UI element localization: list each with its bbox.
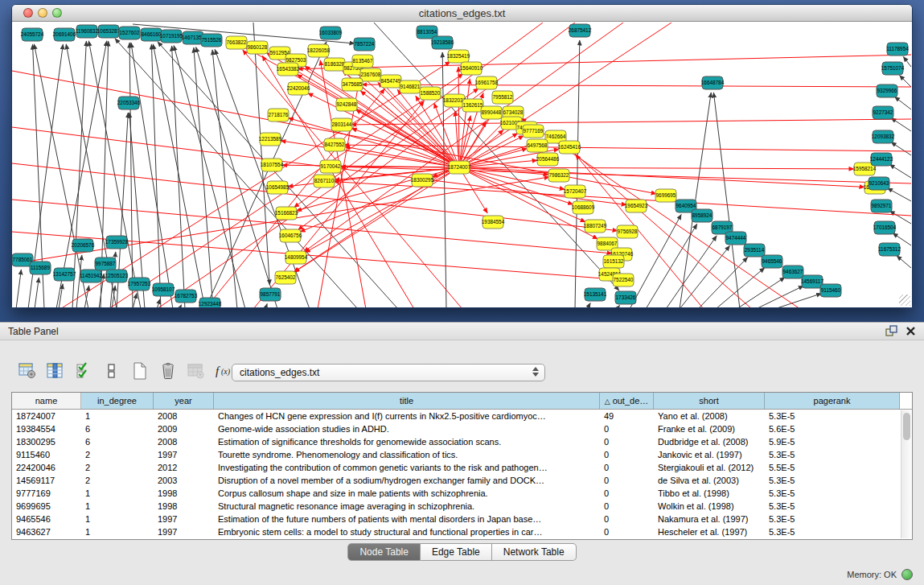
graph-node[interactable]: 12093832	[872, 130, 895, 143]
network-window-titlebar[interactable]: citations_edges.txt	[12, 5, 912, 22]
cell-name[interactable]: 18724007	[12, 410, 81, 422]
graph-node[interactable]: 18807249	[584, 220, 607, 233]
cell-pagerank[interactable]: 5.3E-5	[765, 448, 900, 461]
graph-node[interactable]: 13142757	[53, 268, 76, 281]
cell-title[interactable]: Tourette syndrome. Phenomenology and cla…	[214, 448, 600, 461]
tab-edge-table[interactable]: Edge Table	[421, 543, 492, 561]
cell-year[interactable]: 1997	[154, 448, 214, 461]
graph-node[interactable]: 15166823	[275, 207, 298, 220]
graph-node[interactable]: 9210643	[869, 177, 889, 190]
graph-node[interactable]: 2718176	[268, 109, 289, 122]
new-table-icon[interactable]	[130, 360, 150, 381]
graph-node[interactable]: 11960832	[76, 25, 98, 38]
graph-node[interactable]: 10653287	[97, 25, 121, 38]
cell-name[interactable]: 9465546	[12, 513, 81, 525]
cell-in_degree[interactable]: 1	[81, 500, 154, 513]
cell-title[interactable]: Disruption of a novel member of a sodium…	[214, 474, 600, 487]
graph-node[interactable]: 9857791	[260, 288, 281, 301]
scrollbar-thumb[interactable]	[903, 413, 910, 440]
cell-short[interactable]: Franke et al. (2009)	[654, 422, 765, 435]
cell-year[interactable]: 2009	[154, 422, 214, 435]
graph-node[interactable]: 16046756	[279, 229, 302, 242]
graph-node[interactable]: 18300295	[411, 174, 434, 187]
cell-pagerank[interactable]: 5.3E-5	[765, 410, 900, 422]
cell-short[interactable]: Jankovic et al. (1997)	[654, 448, 765, 461]
column-visibility-icon[interactable]	[46, 360, 65, 381]
graph-node[interactable]: 9756928	[617, 225, 638, 238]
cell-name[interactable]: 9777169	[12, 487, 81, 500]
cell-short[interactable]: Yano et al. (2008)	[654, 410, 765, 422]
cell-name[interactable]: 9115460	[12, 448, 81, 461]
cell-out_de[interactable]: 0	[600, 435, 654, 448]
graph-node[interactable]: 7663822	[226, 36, 247, 49]
cell-in_degree[interactable]: 1	[81, 410, 154, 422]
graph-node[interactable]: 17016504	[873, 221, 897, 234]
graph-node[interactable]: 10654985	[266, 181, 290, 194]
graph-node[interactable]: 15751074	[881, 62, 905, 75]
graph-node[interactable]: 12213589	[259, 133, 282, 146]
cell-short[interactable]: Hescheler et al. (1997)	[654, 525, 765, 538]
cell-out_de[interactable]: 49	[600, 410, 654, 422]
cell-in_degree[interactable]: 6	[81, 435, 154, 448]
table-row[interactable]: 946362711997Embryonic stem cells: a mode…	[12, 525, 912, 538]
tab-network-table[interactable]: Network Table	[492, 543, 577, 561]
graph-node[interactable]: 9975887	[95, 257, 116, 270]
graph-node[interactable]: 1588520	[420, 87, 441, 100]
graph-node[interactable]: 2367608	[360, 68, 381, 81]
cell-pagerank[interactable]: 5.3E-5	[765, 525, 900, 538]
delete-selected-icon[interactable]	[158, 360, 178, 381]
column-header-in_degree[interactable]: in_degree	[81, 393, 154, 409]
graph-node[interactable]: 8990448	[481, 106, 502, 119]
cell-title[interactable]: Embryonic stem cells: a model to study s…	[214, 525, 600, 538]
cell-in_degree[interactable]: 1	[81, 513, 154, 525]
graph-node[interactable]: 7986322	[548, 169, 569, 182]
graph-node[interactable]: 15135141	[584, 288, 607, 301]
graph-node[interactable]: 7515526	[201, 34, 222, 47]
graph-node[interactable]: 12444123	[870, 153, 893, 166]
cell-year[interactable]: 2008	[154, 435, 214, 448]
select-all-icon[interactable]	[74, 360, 93, 381]
cell-title[interactable]: Estimation of significance thresholds fo…	[214, 435, 600, 448]
graph-node[interactable]: 15720407	[564, 185, 587, 198]
graph-node[interactable]: 19384554	[482, 216, 505, 229]
graph-node[interactable]: 8267110	[314, 175, 335, 187]
cell-in_degree[interactable]: 2	[81, 461, 154, 474]
cell-in_degree[interactable]: 1	[81, 487, 154, 500]
table-settings-icon[interactable]	[18, 360, 37, 381]
graph-node[interactable]: 10688609	[572, 201, 595, 214]
graph-node[interactable]: 7857224	[354, 38, 375, 51]
graph-node[interactable]: 18107554	[261, 159, 284, 171]
table-row[interactable]: 1830029562008Estimation of significance …	[12, 435, 912, 448]
graph-node[interactable]: 1527602	[119, 27, 140, 39]
graph-node[interactable]: 16245416	[558, 141, 581, 154]
graph-node[interactable]: 16543382	[277, 63, 300, 76]
cell-year[interactable]: 1998	[154, 500, 214, 513]
table-row[interactable]: 1872400712008Changes of HCN gene express…	[12, 410, 912, 422]
graph-node[interactable]: 22053346	[117, 97, 141, 109]
column-header-name[interactable]: name	[12, 393, 81, 409]
graph-node[interactable]: 18724007	[448, 161, 471, 174]
graph-node[interactable]: 20206576	[72, 239, 95, 252]
graph-node[interactable]: 12923448	[199, 298, 222, 307]
graph-node[interactable]: 7955812	[492, 91, 513, 104]
graph-node[interactable]: 9465546	[762, 255, 782, 268]
graph-node[interactable]: 12505123	[105, 270, 129, 282]
graph-node[interactable]: 9777169	[523, 125, 544, 138]
graph-node[interactable]: 20564486	[536, 153, 560, 166]
table-row[interactable]: 969969511998Structural magnetic resonanc…	[12, 500, 912, 513]
cell-out_de[interactable]: 0	[600, 422, 654, 435]
graph-node[interactable]: 20691406	[53, 28, 76, 41]
column-header-pagerank[interactable]: pagerank	[765, 393, 900, 409]
cell-out_de[interactable]: 0	[600, 448, 654, 461]
cell-short[interactable]: Wolkin et al. (1998)	[654, 500, 765, 513]
graph-node[interactable]: 18325419	[447, 50, 470, 63]
cell-title[interactable]: Structural magnetic resonance image aver…	[214, 500, 600, 513]
close-panel-icon[interactable]	[906, 326, 916, 336]
graph-node[interactable]: 9115460	[820, 284, 841, 297]
graph-node[interactable]: 16033809	[319, 27, 343, 39]
cell-name[interactable]: 19384554	[12, 422, 81, 435]
cell-year[interactable]: 1997	[154, 513, 214, 525]
graph-node[interactable]: 1362615	[462, 99, 483, 112]
cell-title[interactable]: Genome-wide association studies in ADHD.	[214, 422, 600, 435]
cell-title[interactable]: Investigating the contribution of common…	[214, 461, 600, 474]
